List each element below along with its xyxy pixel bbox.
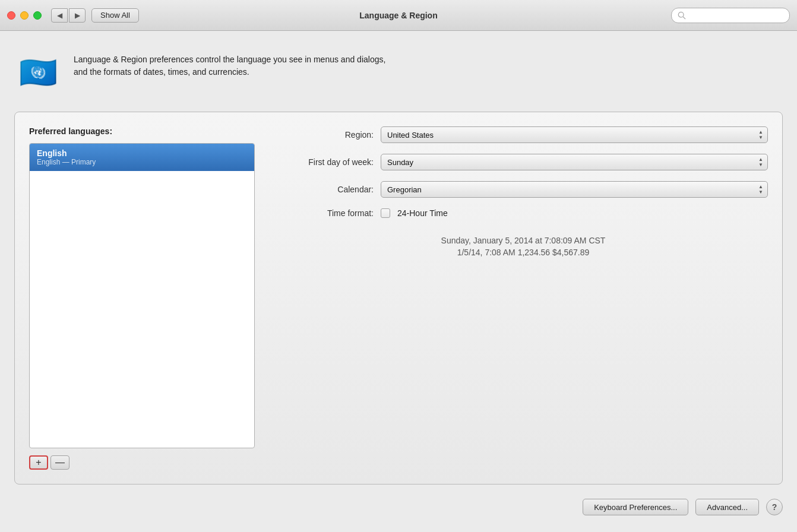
- first-day-label: First day of week:: [279, 157, 374, 167]
- back-button[interactable]: ◀: [51, 8, 68, 23]
- calendar-select[interactable]: Gregorian Buddhist Chinese Hebrew Islami…: [381, 181, 768, 198]
- titlebar: ◀ ▶ Show All Language & Region: [0, 0, 797, 31]
- list-buttons: + —: [29, 455, 255, 470]
- search-box[interactable]: [671, 8, 790, 23]
- window-title: Language & Region: [359, 11, 437, 20]
- minimize-button[interactable]: [20, 11, 29, 20]
- calendar-select-wrapper: Gregorian Buddhist Chinese Hebrew Islami…: [381, 181, 768, 198]
- content-area: 🇺🇳 Language & Region preferences control…: [0, 31, 797, 532]
- advanced-button[interactable]: Advanced...: [695, 499, 759, 515]
- svg-line-1: [683, 17, 685, 19]
- traffic-lights: [7, 11, 42, 20]
- time-format-label: Time format:: [279, 208, 374, 218]
- region-select-wrapper: United States United Kingdom Canada Aust…: [381, 126, 768, 143]
- bottom-bar: Keyboard Preferences... Advanced... ?: [14, 494, 783, 520]
- languages-list: English English — Primary: [29, 143, 255, 448]
- maximize-button[interactable]: [33, 11, 42, 20]
- forward-button[interactable]: ▶: [69, 8, 86, 23]
- left-column: Preferred languages: English English — P…: [29, 126, 255, 470]
- nav-buttons: ◀ ▶: [51, 8, 86, 23]
- remove-language-button[interactable]: —: [50, 455, 69, 470]
- preview-date: Sunday, January 5, 2014 at 7:08:09 AM CS…: [441, 236, 606, 245]
- keyboard-preferences-button[interactable]: Keyboard Preferences...: [583, 499, 688, 515]
- header-description: Language & Region preferences control th…: [74, 49, 385, 78]
- main-panel: Preferred languages: English English — P…: [14, 112, 783, 484]
- time-format-checkbox-label: 24-Hour Time: [397, 208, 448, 218]
- region-select[interactable]: United States United Kingdom Canada Aust…: [381, 126, 768, 143]
- right-column: Region: United States United Kingdom Can…: [279, 126, 768, 470]
- language-item-english[interactable]: English English — Primary: [30, 144, 254, 171]
- first-day-select[interactable]: Sunday Monday Saturday: [381, 154, 768, 170]
- help-button[interactable]: ?: [766, 499, 783, 515]
- search-icon: [678, 11, 686, 20]
- region-row: Region: United States United Kingdom Can…: [279, 126, 768, 143]
- calendar-label: Calendar:: [279, 185, 374, 194]
- first-day-row: First day of week: Sunday Monday Saturda…: [279, 154, 768, 170]
- close-button[interactable]: [7, 11, 15, 20]
- header-section: 🇺🇳 Language & Region preferences control…: [14, 43, 783, 102]
- time-format-row: Time format: 24-Hour Time: [279, 208, 768, 218]
- language-subtitle: English — Primary: [37, 158, 247, 166]
- show-all-button[interactable]: Show All: [91, 8, 139, 23]
- calendar-row: Calendar: Gregorian Buddhist Chinese Heb…: [279, 181, 768, 198]
- add-language-button[interactable]: +: [29, 455, 48, 470]
- svg-point-0: [678, 12, 684, 17]
- preferred-languages-label: Preferred languages:: [29, 126, 255, 136]
- time-format-checkbox[interactable]: [381, 208, 390, 218]
- preview-section: Sunday, January 5, 2014 at 7:08:09 AM CS…: [279, 236, 768, 257]
- preview-formats: 1/5/14, 7:08 AM 1,234.56 $4,567.89: [457, 248, 590, 257]
- flag-icon: 🇺🇳: [14, 49, 62, 96]
- first-day-select-wrapper: Sunday Monday Saturday ▲ ▼: [381, 154, 768, 170]
- language-name: English: [37, 148, 247, 158]
- region-label: Region:: [279, 130, 374, 140]
